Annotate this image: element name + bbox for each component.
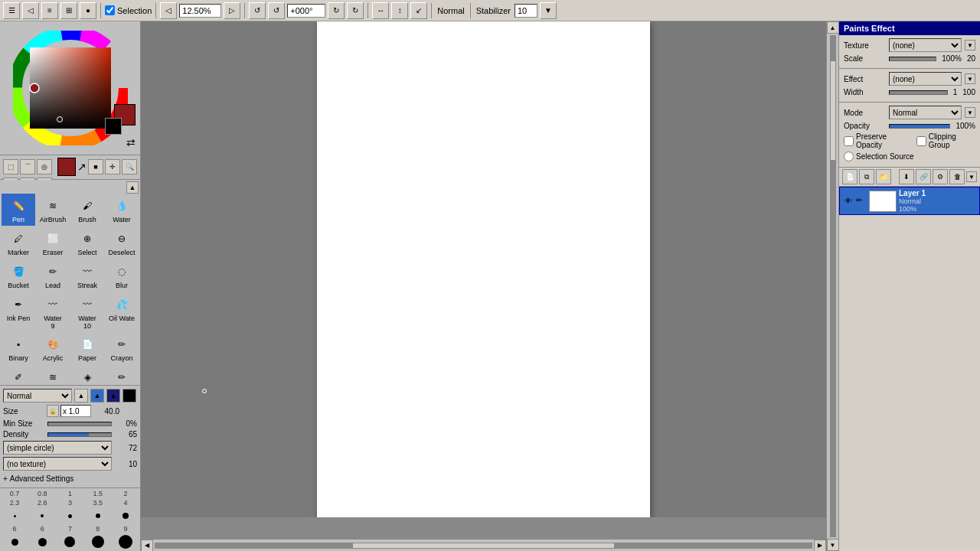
layer-folder-btn[interactable]: 📁 <box>876 169 891 184</box>
brush-item-airbrush[interactable]: ≋ AirBrush <box>36 194 70 226</box>
shape-btn-3[interactable]: ▲ <box>106 389 120 403</box>
brush-item-oilwater[interactable]: 💦 Oil Wate <box>105 292 139 332</box>
width-slider[interactable] <box>889 90 948 95</box>
nav-btn-1[interactable]: ◁ <box>22 2 39 19</box>
brush-scroll-up[interactable]: ▲ <box>126 181 139 194</box>
menu-btn[interactable]: ☰ <box>3 2 20 19</box>
brush-item-binary[interactable]: ▪ Binary <box>2 332 35 364</box>
size-dot-cell-9[interactable] <box>85 534 111 549</box>
effect-expand-btn[interactable]: ▼ <box>965 73 975 84</box>
secondary-swatch[interactable] <box>105 118 122 135</box>
layer-copy-btn[interactable]: ⧉ <box>859 169 874 184</box>
v-scroll-up[interactable]: ▲ <box>827 21 839 34</box>
shape-btn-2[interactable]: ▲ <box>90 389 104 403</box>
v-scroll-down[interactable]: ▼ <box>827 539 839 551</box>
color-tool-btn[interactable]: ■ <box>88 159 103 174</box>
canvas-paper[interactable] <box>317 21 650 517</box>
brush-item-pen[interactable]: ✏️ Pen <box>2 194 35 226</box>
size-multiplier-input[interactable] <box>60 405 91 417</box>
zoom-prev[interactable]: ◁ <box>160 2 177 19</box>
layer-new-btn[interactable]: 📄 <box>842 169 858 184</box>
nav-btn-2[interactable]: ≡ <box>41 2 58 19</box>
brush-item-brush[interactable]: 🖌 Brush <box>70 194 104 226</box>
brush-item-blend[interactable]: ◈ Blend <box>70 365 104 385</box>
min-size-slider[interactable] <box>47 422 112 426</box>
brush-item-deselect[interactable]: ⊖ Deselect <box>105 227 139 259</box>
brush-item-blur[interactable]: ◌ Blur <box>105 259 139 292</box>
brush-item-airbrush2[interactable]: ≋ AirBrush2 <box>36 365 70 385</box>
color-preview-btn[interactable] <box>57 158 76 176</box>
shape-btn-4[interactable]: ▲ <box>122 389 136 403</box>
rotation-input[interactable] <box>287 4 325 18</box>
v-scroll-thumb[interactable] <box>830 60 836 161</box>
size-dot-cell-3[interactable] <box>57 508 83 523</box>
lasso-tool-btn[interactable]: ⌒ <box>20 159 35 174</box>
color-wheel-area[interactable]: ⇄ <box>0 21 140 155</box>
brush-item-brokenchalk[interactable]: ✏ Broken Chalk <box>105 365 139 385</box>
layer-eye-icon[interactable]: 👁 <box>843 196 854 207</box>
h-scroll-left[interactable]: ◀ <box>141 540 153 552</box>
zoom-input[interactable] <box>179 4 221 18</box>
brush-item-streak[interactable]: 〰 Streak <box>70 259 104 292</box>
layer-delete-btn[interactable]: 🗑 <box>949 169 965 184</box>
mode-select[interactable]: Normal <box>3 389 72 403</box>
preserve-opacity-check[interactable] <box>844 136 854 146</box>
texture-dropdown[interactable]: (none) <box>889 38 962 52</box>
move-tool-btn[interactable]: ✛ <box>105 159 120 174</box>
size-dot-cell-8[interactable] <box>57 534 83 549</box>
mirror-btn-3[interactable]: ↙ <box>410 2 427 19</box>
selection-checkbox[interactable] <box>105 5 115 15</box>
layer-link-btn[interactable]: 🔗 <box>916 169 931 184</box>
right-mode-dropdown[interactable]: Normal <box>889 106 962 119</box>
opacity-slider[interactable] <box>889 124 950 129</box>
brush-item-sketch[interactable]: ✐ Sketch <box>2 365 35 385</box>
v-scroll-track[interactable] <box>830 35 836 537</box>
brush-item-water[interactable]: 💧 Water <box>105 194 139 226</box>
size-dot-cell-4[interactable] <box>85 508 111 523</box>
size-dot-cell-2[interactable] <box>29 508 55 523</box>
swap-colors-icon[interactable]: ↗ <box>77 161 87 173</box>
nav-btn-4[interactable]: ● <box>80 2 96 19</box>
scale-slider[interactable] <box>889 57 936 61</box>
brush-item-select[interactable]: ⊕ Select <box>70 227 104 259</box>
h-scroll-right[interactable]: ▶ <box>814 540 826 552</box>
size-dot-cell-7[interactable] <box>29 534 55 549</box>
texture-select[interactable]: (no texture) <box>3 457 112 471</box>
stabilizer-input[interactable] <box>514 4 537 18</box>
clipping-group-check[interactable] <box>916 136 926 146</box>
zoom-next[interactable]: ▷ <box>224 2 240 19</box>
size-lock-btn[interactable]: 🔒 <box>47 405 59 417</box>
brush-item-water9[interactable]: 〰 Water9 <box>36 292 70 332</box>
texture-expand-btn[interactable]: ▼ <box>965 40 975 51</box>
layer-item-1[interactable]: 👁 ✏ Layer 1 Normal 100% <box>839 187 980 215</box>
density-slider[interactable] <box>47 432 112 437</box>
advanced-settings-btn[interactable]: + Advanced Settings <box>3 473 137 484</box>
mirror-h[interactable]: ↔ <box>372 2 389 19</box>
rot-btn-2[interactable]: ↺ <box>268 2 285 19</box>
selection-tool-btn[interactable]: ⬚ <box>3 159 18 174</box>
brush-item-eraser[interactable]: ⬜ Eraser <box>36 227 70 259</box>
brush-item-marker[interactable]: 🖊 Marker <box>2 227 35 259</box>
stabilizer-expand[interactable]: ▼ <box>540 2 557 19</box>
size-dot-cell-5[interactable] <box>113 508 139 523</box>
rot-btn-4[interactable]: ↻ <box>347 2 364 19</box>
size-dot-cell-6[interactable] <box>2 534 28 549</box>
brush-shape-select[interactable]: (simple circle) <box>3 441 112 455</box>
spot-heal-btn[interactable]: ◎ <box>37 159 52 174</box>
h-scroll-thumb[interactable] <box>352 543 616 549</box>
nav-btn-3[interactable]: ⊞ <box>60 2 77 19</box>
layer-pencil-icon[interactable]: ✏ <box>856 196 867 207</box>
effect-dropdown[interactable]: (none) <box>889 72 962 86</box>
swatch-group[interactable] <box>105 104 136 135</box>
layers-expand-btn[interactable]: ▼ <box>966 171 977 182</box>
swap-arrow-icon[interactable]: ⇄ <box>105 136 136 148</box>
brush-item-crayon[interactable]: ✏ Crayon <box>105 332 139 364</box>
mode-expand-btn[interactable]: ▼ <box>965 107 975 118</box>
brush-item-paper[interactable]: 📄 Paper <box>70 332 104 364</box>
zoom-tool-btn[interactable]: 🔍 <box>122 159 137 174</box>
rot-btn-3[interactable]: ↻ <box>328 2 345 19</box>
rot-btn-1[interactable]: ↺ <box>249 2 266 19</box>
brush-item-inkpen[interactable]: ✒ Ink Pen <box>2 292 35 332</box>
mirror-v[interactable]: ↕ <box>391 2 408 19</box>
brush-item-lead[interactable]: ✏ Lead <box>36 259 70 292</box>
